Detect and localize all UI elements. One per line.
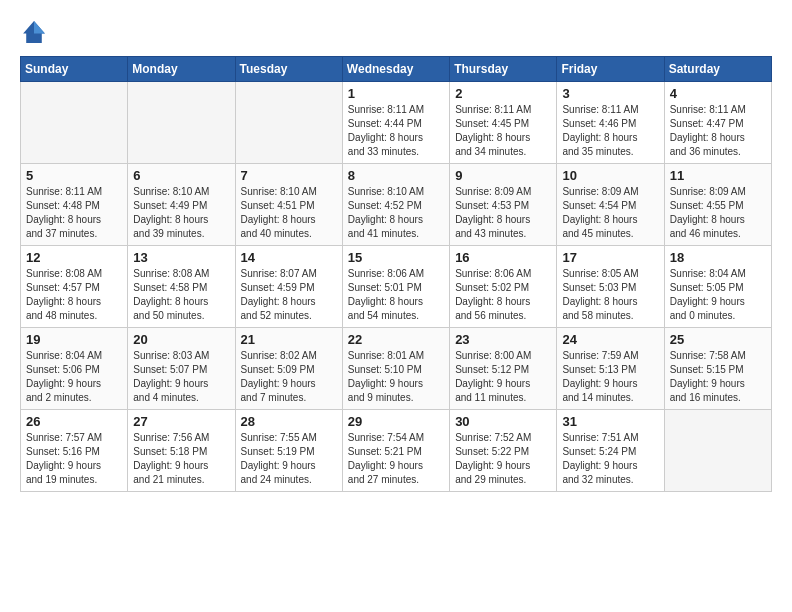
calendar: SundayMondayTuesdayWednesdayThursdayFrid… bbox=[20, 56, 772, 492]
day-info: Sunrise: 7:51 AM Sunset: 5:24 PM Dayligh… bbox=[562, 431, 658, 487]
day-number: 20 bbox=[133, 332, 229, 347]
day-info: Sunrise: 8:02 AM Sunset: 5:09 PM Dayligh… bbox=[241, 349, 337, 405]
day-number: 1 bbox=[348, 86, 444, 101]
day-number: 12 bbox=[26, 250, 122, 265]
day-info: Sunrise: 7:55 AM Sunset: 5:19 PM Dayligh… bbox=[241, 431, 337, 487]
calendar-cell: 22Sunrise: 8:01 AM Sunset: 5:10 PM Dayli… bbox=[342, 328, 449, 410]
day-number: 15 bbox=[348, 250, 444, 265]
calendar-cell: 15Sunrise: 8:06 AM Sunset: 5:01 PM Dayli… bbox=[342, 246, 449, 328]
logo-icon bbox=[20, 18, 48, 46]
day-info: Sunrise: 8:01 AM Sunset: 5:10 PM Dayligh… bbox=[348, 349, 444, 405]
day-info: Sunrise: 7:58 AM Sunset: 5:15 PM Dayligh… bbox=[670, 349, 766, 405]
calendar-cell: 6Sunrise: 8:10 AM Sunset: 4:49 PM Daylig… bbox=[128, 164, 235, 246]
header bbox=[20, 18, 772, 46]
page: SundayMondayTuesdayWednesdayThursdayFrid… bbox=[0, 0, 792, 612]
day-number: 4 bbox=[670, 86, 766, 101]
day-number: 25 bbox=[670, 332, 766, 347]
day-number: 23 bbox=[455, 332, 551, 347]
day-number: 26 bbox=[26, 414, 122, 429]
calendar-header-friday: Friday bbox=[557, 57, 664, 82]
day-number: 11 bbox=[670, 168, 766, 183]
day-info: Sunrise: 8:06 AM Sunset: 5:02 PM Dayligh… bbox=[455, 267, 551, 323]
day-number: 29 bbox=[348, 414, 444, 429]
calendar-cell: 4Sunrise: 8:11 AM Sunset: 4:47 PM Daylig… bbox=[664, 82, 771, 164]
day-info: Sunrise: 8:11 AM Sunset: 4:46 PM Dayligh… bbox=[562, 103, 658, 159]
day-number: 30 bbox=[455, 414, 551, 429]
calendar-header-tuesday: Tuesday bbox=[235, 57, 342, 82]
day-number: 8 bbox=[348, 168, 444, 183]
calendar-cell bbox=[21, 82, 128, 164]
calendar-week-5: 26Sunrise: 7:57 AM Sunset: 5:16 PM Dayli… bbox=[21, 410, 772, 492]
calendar-header-wednesday: Wednesday bbox=[342, 57, 449, 82]
day-info: Sunrise: 8:04 AM Sunset: 5:06 PM Dayligh… bbox=[26, 349, 122, 405]
day-number: 22 bbox=[348, 332, 444, 347]
day-number: 27 bbox=[133, 414, 229, 429]
day-info: Sunrise: 8:11 AM Sunset: 4:47 PM Dayligh… bbox=[670, 103, 766, 159]
calendar-cell bbox=[235, 82, 342, 164]
day-info: Sunrise: 7:54 AM Sunset: 5:21 PM Dayligh… bbox=[348, 431, 444, 487]
svg-marker-1 bbox=[34, 21, 45, 33]
calendar-cell: 7Sunrise: 8:10 AM Sunset: 4:51 PM Daylig… bbox=[235, 164, 342, 246]
calendar-cell: 11Sunrise: 8:09 AM Sunset: 4:55 PM Dayli… bbox=[664, 164, 771, 246]
calendar-cell: 29Sunrise: 7:54 AM Sunset: 5:21 PM Dayli… bbox=[342, 410, 449, 492]
calendar-cell: 23Sunrise: 8:00 AM Sunset: 5:12 PM Dayli… bbox=[450, 328, 557, 410]
day-info: Sunrise: 7:59 AM Sunset: 5:13 PM Dayligh… bbox=[562, 349, 658, 405]
day-info: Sunrise: 8:03 AM Sunset: 5:07 PM Dayligh… bbox=[133, 349, 229, 405]
day-info: Sunrise: 7:56 AM Sunset: 5:18 PM Dayligh… bbox=[133, 431, 229, 487]
day-number: 10 bbox=[562, 168, 658, 183]
calendar-cell: 1Sunrise: 8:11 AM Sunset: 4:44 PM Daylig… bbox=[342, 82, 449, 164]
calendar-week-3: 12Sunrise: 8:08 AM Sunset: 4:57 PM Dayli… bbox=[21, 246, 772, 328]
calendar-cell: 31Sunrise: 7:51 AM Sunset: 5:24 PM Dayli… bbox=[557, 410, 664, 492]
calendar-header-monday: Monday bbox=[128, 57, 235, 82]
day-info: Sunrise: 8:09 AM Sunset: 4:53 PM Dayligh… bbox=[455, 185, 551, 241]
calendar-week-4: 19Sunrise: 8:04 AM Sunset: 5:06 PM Dayli… bbox=[21, 328, 772, 410]
calendar-cell: 3Sunrise: 8:11 AM Sunset: 4:46 PM Daylig… bbox=[557, 82, 664, 164]
day-number: 31 bbox=[562, 414, 658, 429]
calendar-week-1: 1Sunrise: 8:11 AM Sunset: 4:44 PM Daylig… bbox=[21, 82, 772, 164]
day-info: Sunrise: 8:09 AM Sunset: 4:54 PM Dayligh… bbox=[562, 185, 658, 241]
calendar-cell bbox=[128, 82, 235, 164]
day-number: 9 bbox=[455, 168, 551, 183]
day-info: Sunrise: 8:08 AM Sunset: 4:57 PM Dayligh… bbox=[26, 267, 122, 323]
day-number: 3 bbox=[562, 86, 658, 101]
calendar-cell: 30Sunrise: 7:52 AM Sunset: 5:22 PM Dayli… bbox=[450, 410, 557, 492]
calendar-cell: 28Sunrise: 7:55 AM Sunset: 5:19 PM Dayli… bbox=[235, 410, 342, 492]
calendar-cell: 2Sunrise: 8:11 AM Sunset: 4:45 PM Daylig… bbox=[450, 82, 557, 164]
day-info: Sunrise: 8:11 AM Sunset: 4:45 PM Dayligh… bbox=[455, 103, 551, 159]
day-info: Sunrise: 8:10 AM Sunset: 4:49 PM Dayligh… bbox=[133, 185, 229, 241]
day-number: 28 bbox=[241, 414, 337, 429]
calendar-cell: 16Sunrise: 8:06 AM Sunset: 5:02 PM Dayli… bbox=[450, 246, 557, 328]
day-number: 17 bbox=[562, 250, 658, 265]
day-number: 24 bbox=[562, 332, 658, 347]
calendar-cell: 27Sunrise: 7:56 AM Sunset: 5:18 PM Dayli… bbox=[128, 410, 235, 492]
calendar-cell: 13Sunrise: 8:08 AM Sunset: 4:58 PM Dayli… bbox=[128, 246, 235, 328]
calendar-cell: 18Sunrise: 8:04 AM Sunset: 5:05 PM Dayli… bbox=[664, 246, 771, 328]
day-number: 13 bbox=[133, 250, 229, 265]
calendar-cell: 17Sunrise: 8:05 AM Sunset: 5:03 PM Dayli… bbox=[557, 246, 664, 328]
day-number: 16 bbox=[455, 250, 551, 265]
day-info: Sunrise: 8:00 AM Sunset: 5:12 PM Dayligh… bbox=[455, 349, 551, 405]
calendar-cell: 14Sunrise: 8:07 AM Sunset: 4:59 PM Dayli… bbox=[235, 246, 342, 328]
calendar-header-sunday: Sunday bbox=[21, 57, 128, 82]
calendar-cell: 26Sunrise: 7:57 AM Sunset: 5:16 PM Dayli… bbox=[21, 410, 128, 492]
day-info: Sunrise: 8:10 AM Sunset: 4:51 PM Dayligh… bbox=[241, 185, 337, 241]
day-number: 14 bbox=[241, 250, 337, 265]
calendar-cell: 12Sunrise: 8:08 AM Sunset: 4:57 PM Dayli… bbox=[21, 246, 128, 328]
calendar-cell: 24Sunrise: 7:59 AM Sunset: 5:13 PM Dayli… bbox=[557, 328, 664, 410]
calendar-cell: 19Sunrise: 8:04 AM Sunset: 5:06 PM Dayli… bbox=[21, 328, 128, 410]
day-number: 7 bbox=[241, 168, 337, 183]
calendar-cell: 25Sunrise: 7:58 AM Sunset: 5:15 PM Dayli… bbox=[664, 328, 771, 410]
day-info: Sunrise: 8:05 AM Sunset: 5:03 PM Dayligh… bbox=[562, 267, 658, 323]
day-number: 6 bbox=[133, 168, 229, 183]
day-info: Sunrise: 8:10 AM Sunset: 4:52 PM Dayligh… bbox=[348, 185, 444, 241]
calendar-cell bbox=[664, 410, 771, 492]
calendar-cell: 10Sunrise: 8:09 AM Sunset: 4:54 PM Dayli… bbox=[557, 164, 664, 246]
calendar-cell: 21Sunrise: 8:02 AM Sunset: 5:09 PM Dayli… bbox=[235, 328, 342, 410]
calendar-header-thursday: Thursday bbox=[450, 57, 557, 82]
calendar-cell: 20Sunrise: 8:03 AM Sunset: 5:07 PM Dayli… bbox=[128, 328, 235, 410]
calendar-cell: 8Sunrise: 8:10 AM Sunset: 4:52 PM Daylig… bbox=[342, 164, 449, 246]
day-number: 18 bbox=[670, 250, 766, 265]
day-number: 2 bbox=[455, 86, 551, 101]
calendar-week-2: 5Sunrise: 8:11 AM Sunset: 4:48 PM Daylig… bbox=[21, 164, 772, 246]
day-info: Sunrise: 8:04 AM Sunset: 5:05 PM Dayligh… bbox=[670, 267, 766, 323]
